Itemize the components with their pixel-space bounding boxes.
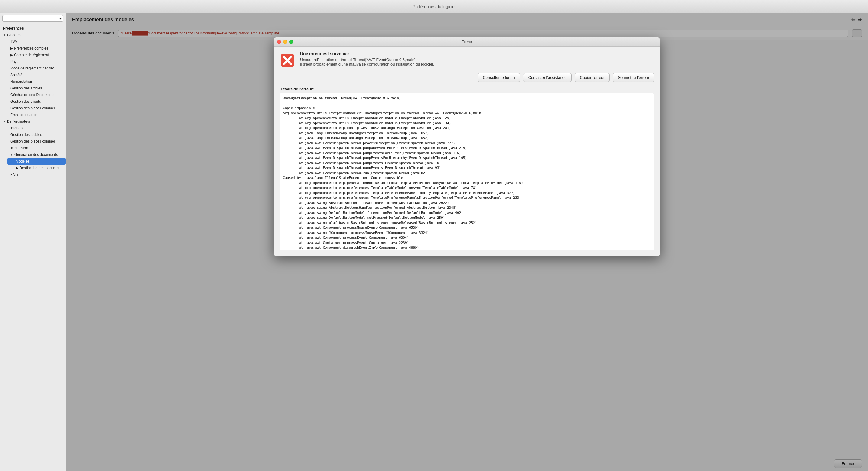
sidebar-group-ordinateur[interactable]: ▼ De l'ordinateur xyxy=(0,118,66,125)
error-text-block: Une erreur est survenue UncaughtExceptio… xyxy=(300,51,654,66)
main-window: Préférences ▼ Globales TVA ▶ Préférences… xyxy=(0,13,868,471)
sidebar-header-preferences: Préférences xyxy=(0,24,66,32)
error-details-box[interactable]: UncaughtException on thread Thread[AWT-E… xyxy=(280,93,654,250)
error-dialog-titlebar: Erreur xyxy=(274,37,660,46)
sidebar-item-email[interactable]: EMail xyxy=(4,171,66,178)
consult-forum-button[interactable]: Consulter le forum xyxy=(477,73,520,82)
sidebar-item-modeles[interactable]: Modèles xyxy=(7,158,66,165)
sidebar-group-generation-docs[interactable]: ▼ Génération des documents xyxy=(4,151,66,158)
sidebar-dropdown[interactable] xyxy=(2,15,63,22)
sidebar-item-tva[interactable]: TVA xyxy=(4,38,66,45)
content-area: Emplacement des modèles ⬅ ➡ Modèles des … xyxy=(66,13,868,471)
window-controls xyxy=(277,40,293,44)
error-action-buttons: Consulter le forum Contacter l'assistanc… xyxy=(280,73,654,82)
error-line1: UncaughtException on thread Thread[AWT-E… xyxy=(300,57,654,62)
arrow-gen-docs-icon: ▼ xyxy=(10,153,13,156)
error-dialog: Erreur Une erreur est survenue xyxy=(274,37,660,256)
window-close-button[interactable] xyxy=(277,40,281,44)
error-message-row: Une erreur est survenue UncaughtExceptio… xyxy=(280,51,654,68)
title-bar: Préférences du logiciel xyxy=(0,0,868,13)
sidebar-group-ordinateur-children: Interface Gestion des articles Gestion d… xyxy=(4,125,66,178)
sidebar-item-gestion-pieces-ord[interactable]: Gestion des pièces commer xyxy=(4,138,66,145)
sidebar-dropdown-area[interactable] xyxy=(0,13,66,24)
sidebar-item-gestion-pieces-globales[interactable]: Gestion des pièces commer xyxy=(4,105,66,112)
sidebar-item-preferences-comptes[interactable]: ▶ Préférences comptes xyxy=(4,45,66,52)
sidebar-item-numerotation[interactable]: Numérotation xyxy=(4,78,66,85)
error-dialog-title: Erreur xyxy=(462,39,472,44)
arrow-icon: ▼ xyxy=(3,34,6,37)
sidebar-item-compte-reglement[interactable]: ▶ Compte de règlement xyxy=(4,52,66,58)
error-dialog-overlay: Erreur Une erreur est survenue xyxy=(66,13,868,471)
sidebar-group-ordinateur-label: De l'ordinateur xyxy=(7,119,31,124)
sidebar-group-globales-label: Globales xyxy=(7,33,21,37)
copy-error-button[interactable]: Copier l'erreur xyxy=(575,73,610,82)
error-details-label: Détails de l'erreur: xyxy=(280,87,654,91)
sidebar: Préférences ▼ Globales TVA ▶ Préférences… xyxy=(0,13,66,471)
sidebar-group-globales-children: TVA ▶ Préférences comptes ▶ Compte de rè… xyxy=(4,38,66,118)
sidebar-item-gestion-clients[interactable]: Gestion des clients xyxy=(4,98,66,105)
arrow-ordinateur-icon: ▼ xyxy=(3,120,6,123)
error-title-text: Une erreur est survenue xyxy=(300,51,654,56)
window-maximize-button[interactable] xyxy=(289,40,293,44)
sidebar-item-impression[interactable]: Impression xyxy=(4,145,66,151)
sidebar-item-paye[interactable]: Paye xyxy=(4,58,66,65)
sidebar-generation-docs-children: Modèles ▶ Destination des documer xyxy=(7,158,66,171)
error-dialog-body: Une erreur est survenue UncaughtExceptio… xyxy=(274,46,660,256)
sidebar-group-generation-docs-label: Génération des documents xyxy=(14,153,58,157)
sidebar-item-gestion-articles-ord[interactable]: Gestion des articles xyxy=(4,131,66,138)
window-minimize-button[interactable] xyxy=(283,40,287,44)
sidebar-item-mode-reglement[interactable]: Mode de règlement par déf xyxy=(4,65,66,72)
sidebar-group-globales[interactable]: ▼ Globales xyxy=(0,32,66,38)
sidebar-item-generation-documents-globales[interactable]: Génération des Documents xyxy=(4,92,66,98)
contact-support-button[interactable]: Contacter l'assistance xyxy=(523,73,572,82)
error-x-icon xyxy=(280,53,295,68)
sidebar-item-societe[interactable]: Société xyxy=(4,72,66,78)
submit-error-button[interactable]: Soumettre l'erreur xyxy=(613,73,654,82)
window-title: Préférences du logiciel xyxy=(412,4,456,9)
sidebar-item-gestion-articles-globales[interactable]: Gestion des articles xyxy=(4,85,66,92)
sidebar-item-email-relance[interactable]: Email de relance xyxy=(4,112,66,118)
sidebar-item-destination-docs[interactable]: ▶ Destination des documer xyxy=(7,165,66,171)
sidebar-item-interface[interactable]: Interface xyxy=(4,125,66,131)
error-line2: Il s'agit probablement d'une mauvaise co… xyxy=(300,62,654,66)
